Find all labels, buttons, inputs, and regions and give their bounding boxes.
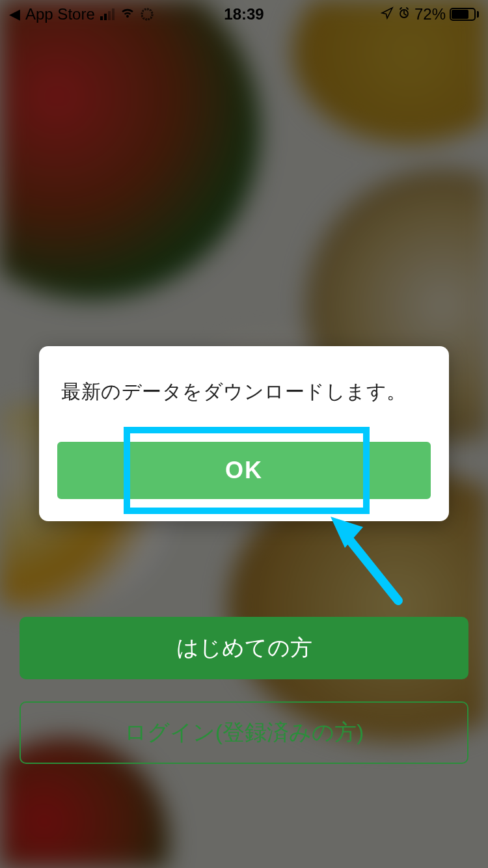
clock: 18:39 <box>224 5 264 23</box>
login-label: ログイン(登録済みの方) <box>124 718 364 748</box>
location-icon <box>381 5 394 23</box>
first-time-button[interactable]: はじめての方 <box>20 617 468 679</box>
back-to-appstore[interactable]: App Store <box>25 5 95 23</box>
status-bar: ◀ App Store 18:39 72% <box>0 0 488 29</box>
download-dialog: 最新のデータをダウンロードします。 OK <box>39 346 449 521</box>
onboarding-actions: はじめての方 ログイン(登録済みの方) <box>20 617 468 764</box>
ok-button-label: OK <box>225 457 263 483</box>
alarm-icon <box>398 5 411 23</box>
screen: はじめての方 ログイン(登録済みの方) ◀ App Store 18:39 72… <box>0 0 488 868</box>
wifi-icon <box>120 6 135 23</box>
first-time-label: はじめての方 <box>176 633 312 663</box>
battery-icon <box>450 8 479 21</box>
battery-percent: 72% <box>414 5 446 23</box>
login-button[interactable]: ログイン(登録済みの方) <box>20 701 468 764</box>
loading-spinner-icon <box>141 8 154 21</box>
dialog-message: 最新のデータをダウンロードします。 <box>57 379 431 405</box>
cellular-signal-icon <box>100 8 115 20</box>
back-caret-icon[interactable]: ◀ <box>9 6 20 23</box>
ok-button[interactable]: OK <box>57 442 431 499</box>
